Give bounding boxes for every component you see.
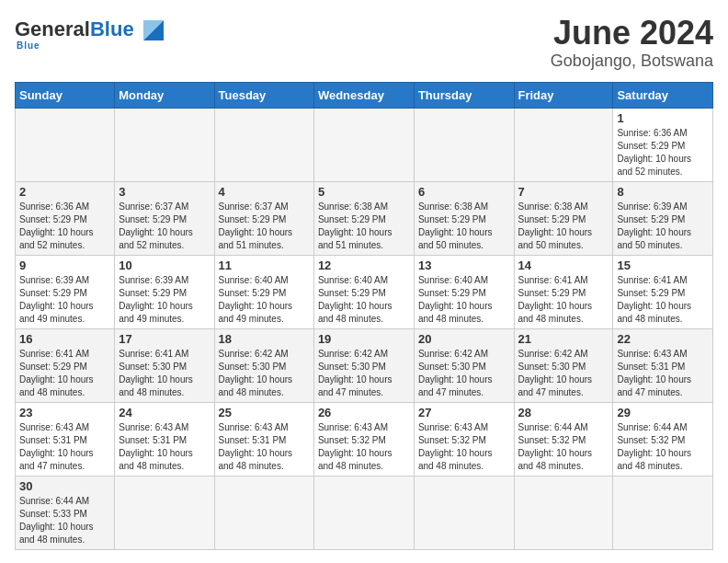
day-number: 21 [518,332,609,346]
day-number: 16 [19,332,110,346]
calendar-cell: 8Sunrise: 6:39 AM Sunset: 5:29 PM Daylig… [613,181,713,255]
day-number: 7 [518,185,609,199]
page-header: General Blue Blue June 2024 Gobojango, B… [15,15,713,71]
calendar-cell: 12Sunrise: 6:40 AM Sunset: 5:29 PM Dayli… [313,255,414,328]
weekday-header-wednesday: Wednesday [313,82,414,108]
calendar-cell [414,476,514,549]
day-info: Sunrise: 6:43 AM Sunset: 5:31 PM Dayligh… [19,421,110,473]
calendar-cell [214,108,313,181]
calendar-cell: 1Sunrise: 6:36 AM Sunset: 5:29 PM Daylig… [613,108,713,181]
calendar-cell: 22Sunrise: 6:43 AM Sunset: 5:31 PM Dayli… [613,328,713,402]
day-info: Sunrise: 6:43 AM Sunset: 5:31 PM Dayligh… [617,348,709,399]
day-info: Sunrise: 6:38 AM Sunset: 5:29 PM Dayligh… [518,201,609,252]
calendar-week-row: 1Sunrise: 6:36 AM Sunset: 5:29 PM Daylig… [16,108,713,181]
month-title: June 2024 [551,15,713,52]
weekday-header-friday: Friday [514,82,613,108]
calendar-cell: 18Sunrise: 6:42 AM Sunset: 5:30 PM Dayli… [214,328,313,402]
day-info: Sunrise: 6:40 AM Sunset: 5:29 PM Dayligh… [219,274,310,326]
calendar-cell: 11Sunrise: 6:40 AM Sunset: 5:29 PM Dayli… [214,255,313,328]
day-number: 8 [617,185,709,199]
day-info: Sunrise: 6:44 AM Sunset: 5:33 PM Dayligh… [19,495,110,546]
day-info: Sunrise: 6:43 AM Sunset: 5:32 PM Dayligh… [418,421,510,473]
day-info: Sunrise: 6:44 AM Sunset: 5:32 PM Dayligh… [617,421,709,473]
calendar-body: 1Sunrise: 6:36 AM Sunset: 5:29 PM Daylig… [16,108,713,549]
calendar-cell: 7Sunrise: 6:38 AM Sunset: 5:29 PM Daylig… [514,181,613,255]
day-info: Sunrise: 6:39 AM Sunset: 5:29 PM Dayligh… [617,201,709,252]
day-info: Sunrise: 6:40 AM Sunset: 5:29 PM Dayligh… [318,274,410,326]
day-info: Sunrise: 6:39 AM Sunset: 5:29 PM Dayligh… [119,274,210,326]
day-number: 3 [119,185,210,199]
day-number: 23 [19,406,110,419]
calendar-cell [115,108,214,181]
calendar-header: SundayMondayTuesdayWednesdayThursdayFrid… [16,82,713,108]
calendar-week-row: 2Sunrise: 6:36 AM Sunset: 5:29 PM Daylig… [16,181,713,255]
calendar-cell: 23Sunrise: 6:43 AM Sunset: 5:31 PM Dayli… [16,402,115,476]
day-number: 12 [318,259,410,272]
day-number: 14 [518,259,609,272]
day-info: Sunrise: 6:37 AM Sunset: 5:29 PM Dayligh… [219,201,310,252]
logo-icon [138,15,164,40]
day-number: 13 [418,259,510,272]
day-info: Sunrise: 6:36 AM Sunset: 5:29 PM Dayligh… [19,201,110,252]
calendar-cell [514,476,613,549]
weekday-header-row: SundayMondayTuesdayWednesdayThursdayFrid… [16,82,713,108]
calendar-cell: 20Sunrise: 6:42 AM Sunset: 5:30 PM Dayli… [414,328,514,402]
day-info: Sunrise: 6:40 AM Sunset: 5:29 PM Dayligh… [418,274,510,326]
day-info: Sunrise: 6:38 AM Sunset: 5:29 PM Dayligh… [318,201,410,252]
day-number: 19 [318,332,410,346]
day-number: 5 [318,185,410,199]
day-info: Sunrise: 6:43 AM Sunset: 5:31 PM Dayligh… [219,421,310,473]
day-info: Sunrise: 6:37 AM Sunset: 5:29 PM Dayligh… [119,201,210,252]
calendar-cell: 4Sunrise: 6:37 AM Sunset: 5:29 PM Daylig… [214,181,313,255]
day-info: Sunrise: 6:39 AM Sunset: 5:29 PM Dayligh… [19,274,110,326]
calendar-cell [514,108,613,181]
day-info: Sunrise: 6:43 AM Sunset: 5:31 PM Dayligh… [119,421,210,473]
calendar-cell: 17Sunrise: 6:41 AM Sunset: 5:30 PM Dayli… [115,328,214,402]
calendar-week-row: 23Sunrise: 6:43 AM Sunset: 5:31 PM Dayli… [16,402,713,476]
calendar-week-row: 9Sunrise: 6:39 AM Sunset: 5:29 PM Daylig… [16,255,713,328]
calendar-cell: 9Sunrise: 6:39 AM Sunset: 5:29 PM Daylig… [16,255,115,328]
day-number: 30 [19,479,110,493]
day-number: 4 [219,185,310,199]
day-info: Sunrise: 6:41 AM Sunset: 5:29 PM Dayligh… [19,348,110,399]
calendar-cell: 28Sunrise: 6:44 AM Sunset: 5:32 PM Dayli… [514,402,613,476]
day-info: Sunrise: 6:42 AM Sunset: 5:30 PM Dayligh… [219,348,310,399]
calendar-cell: 25Sunrise: 6:43 AM Sunset: 5:31 PM Dayli… [214,402,313,476]
calendar-cell: 14Sunrise: 6:41 AM Sunset: 5:29 PM Dayli… [514,255,613,328]
logo: General Blue Blue [15,15,164,51]
day-number: 25 [219,406,310,419]
day-number: 27 [418,406,510,419]
day-number: 24 [119,406,210,419]
calendar-cell: 15Sunrise: 6:41 AM Sunset: 5:29 PM Dayli… [613,255,713,328]
logo-general: General [15,19,90,40]
calendar-cell [214,476,313,549]
calendar-cell: 5Sunrise: 6:38 AM Sunset: 5:29 PM Daylig… [313,181,414,255]
weekday-header-tuesday: Tuesday [214,82,313,108]
day-number: 17 [119,332,210,346]
day-info: Sunrise: 6:38 AM Sunset: 5:29 PM Dayligh… [418,201,510,252]
calendar-week-row: 30Sunrise: 6:44 AM Sunset: 5:33 PM Dayli… [16,476,713,549]
day-info: Sunrise: 6:41 AM Sunset: 5:29 PM Dayligh… [617,274,709,326]
weekday-header-thursday: Thursday [414,82,514,108]
day-number: 20 [418,332,510,346]
day-info: Sunrise: 6:42 AM Sunset: 5:30 PM Dayligh… [418,348,510,399]
calendar-cell: 13Sunrise: 6:40 AM Sunset: 5:29 PM Dayli… [414,255,514,328]
day-number: 1 [617,111,709,125]
day-number: 15 [617,259,709,272]
calendar-cell: 19Sunrise: 6:42 AM Sunset: 5:30 PM Dayli… [313,328,414,402]
location-title: Gobojango, Botswana [551,52,713,71]
calendar-cell: 26Sunrise: 6:43 AM Sunset: 5:32 PM Dayli… [313,402,414,476]
day-info: Sunrise: 6:42 AM Sunset: 5:30 PM Dayligh… [518,348,609,399]
day-number: 29 [617,406,709,419]
day-info: Sunrise: 6:42 AM Sunset: 5:30 PM Dayligh… [318,348,410,399]
calendar-cell: 29Sunrise: 6:44 AM Sunset: 5:32 PM Dayli… [613,402,713,476]
day-info: Sunrise: 6:44 AM Sunset: 5:32 PM Dayligh… [518,421,609,473]
calendar-cell [313,108,414,181]
calendar-cell: 3Sunrise: 6:37 AM Sunset: 5:29 PM Daylig… [115,181,214,255]
day-number: 10 [119,259,210,272]
day-number: 22 [617,332,709,346]
calendar-cell: 2Sunrise: 6:36 AM Sunset: 5:29 PM Daylig… [16,181,115,255]
logo-blue: Blue [90,19,134,40]
day-info: Sunrise: 6:43 AM Sunset: 5:32 PM Dayligh… [318,421,410,473]
day-info: Sunrise: 6:41 AM Sunset: 5:30 PM Dayligh… [119,348,210,399]
